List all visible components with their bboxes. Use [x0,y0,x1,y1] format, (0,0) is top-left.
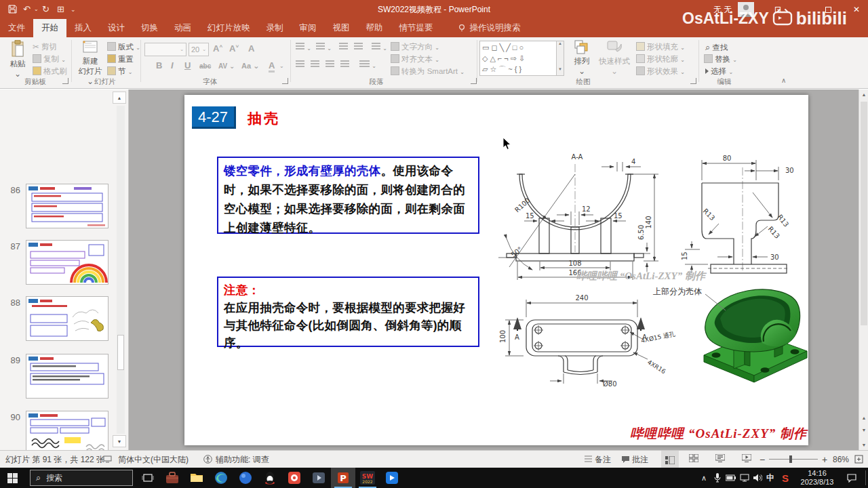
underline-icon[interactable]: U [184,60,191,70]
italic-icon[interactable]: I [171,60,174,70]
clear-format-icon[interactable]: A [248,43,254,54]
fit-to-window-icon[interactable] [854,451,863,468]
shape-effects-button[interactable]: 形状效果 ⌄ [636,66,685,77]
font-color-dropdown-icon[interactable]: ⌄ [279,63,284,69]
scroll-down-icon[interactable]: ▼ [859,440,868,450]
slide-thumbnail-90[interactable] [26,411,108,450]
taskbar-app-red-icon[interactable] [282,468,307,488]
change-case-icon[interactable]: Aa ⌄ [241,62,259,70]
line-spacing-icon[interactable]: ⌄ [372,43,387,52]
close-button[interactable]: ✕ [846,0,867,19]
strikethrough-icon[interactable]: abc [199,62,211,70]
bold-icon[interactable]: B [156,60,162,70]
smartart-button[interactable]: 转换为 SmartArt ⌄ [391,66,465,77]
vertical-scrollbar[interactable]: ▲ ▲ ▼ ▼ [859,89,868,450]
thumb-scroll-track[interactable] [117,106,125,434]
normal-view-button[interactable] [661,451,679,468]
slide-thumbnail-86[interactable] [26,184,108,228]
section-button[interactable]: 节 ⌄ [107,66,132,77]
tab-review[interactable]: 审阅 [292,19,325,37]
shape-gallery[interactable]: ▭◻╲╱□○ ◇△⌐¬⇨⇩ ▱☆⌒~{} [479,41,557,76]
reading-view-button[interactable] [715,451,725,468]
font-dialog-launcher[interactable] [282,78,288,84]
paste-button[interactable]: 粘贴⌄ [5,40,30,79]
font-color-icon[interactable]: A [269,60,275,73]
collapse-ribbon-icon[interactable]: ∧ [781,77,786,84]
font-size-combo[interactable]: 20⌄ [189,43,209,56]
slide-thumbnail-88[interactable] [26,296,108,341]
notes-button[interactable]: 备注 [585,451,611,468]
taskbar-app-media-icon[interactable] [307,468,331,488]
align-text-button[interactable]: 对齐文本 ⌄ [391,54,439,64]
thumb-scroll-up[interactable]: ▲ [113,92,126,104]
zoom-out-button[interactable]: − [760,451,765,468]
edge-browser-icon[interactable] [209,468,233,488]
tray-expand-icon[interactable]: ∧ [697,468,711,488]
scrollbar-thumb[interactable] [861,102,867,325]
next-slide-button[interactable]: ▼ [859,425,868,435]
accessibility-status[interactable]: 辅助功能: 调查 [216,451,269,468]
lesson-number-box[interactable]: 4-27 [192,106,236,129]
solidworks-taskbar-icon[interactable]: SW2022 [355,468,380,488]
grow-font-icon[interactable]: A˄ [213,43,222,54]
decrease-indent-icon[interactable] [339,43,348,52]
zoom-in-button[interactable]: + [822,451,827,468]
slide-thumbnail-87[interactable] [26,240,108,285]
start-button[interactable] [0,468,24,488]
slide-canvas[interactable]: 4-27 抽壳 镂空零件，形成有壁厚的壳体。使用该命令时，如果不选择要移除的面，… [184,95,808,445]
shape-fill-button[interactable]: 形状填充 ⌄ [636,42,685,52]
cut-button[interactable]: ✂ 剪切 [33,42,57,52]
action-center-icon[interactable] [844,468,860,488]
thumb-scroll-thumb[interactable] [117,335,124,370]
tab-slideshow[interactable]: 幻灯片放映 [199,19,258,37]
columns-icon[interactable]: ⌄ [359,60,376,69]
clipboard-dialog-launcher[interactable] [62,78,68,84]
select-button[interactable]: 选择 ⌄ [705,66,733,77]
increase-indent-icon[interactable] [354,43,363,52]
description-text-box[interactable]: 镂空零件，形成有壁厚的壳体。使用该命令时，如果不选择要移除的面，则将创建闭合的空… [217,157,479,234]
tab-home[interactable]: 开始 [33,19,66,37]
task-view-button[interactable] [136,468,160,488]
tab-insert[interactable]: 插入 [66,19,100,37]
volume-tray-icon[interactable] [751,468,764,488]
replace-button[interactable]: 替换 ⌄ [704,54,737,64]
note-text-box[interactable]: 注意： 在应用抽壳命令时，要根据模型的要求把握好与其他特征命令(比如倒圆角、倒斜… [217,277,479,347]
align-left-icon[interactable] [296,60,304,69]
tab-file[interactable]: 文件 [0,19,33,37]
scroll-up-icon[interactable]: ▲ [859,89,868,100]
microphone-tray-icon[interactable] [711,468,724,488]
tell-me-search[interactable]: 操作说明搜索 [450,19,529,37]
bullets-icon[interactable]: ⌄ [296,43,311,52]
slide-title[interactable]: 抽壳 [248,109,280,128]
qq-icon[interactable] [258,468,282,488]
shape-outline-button[interactable]: 形状轮廓 ⌄ [636,54,685,64]
reset-button[interactable]: 重置 [107,54,134,64]
copy-button[interactable]: 复制 ⌄ [33,54,66,64]
layout-button[interactable]: 版式 ⌄ [107,42,140,52]
format-painter-button[interactable]: 格式刷 [33,66,67,77]
char-spacing-icon[interactable]: AV ⌄ [218,62,235,70]
language-indicator[interactable]: 简体中文(中国大陆) [118,451,189,468]
font-name-combo[interactable]: ⌄ [144,43,186,56]
shape-gallery-scrollbar[interactable]: ▲ ▼ [557,41,564,76]
section-view-drawing[interactable]: A-A R100 50° 4 [497,150,667,283]
file-explorer-icon[interactable] [184,468,209,488]
slideshow-view-button[interactable] [742,451,751,468]
align-right-icon[interactable] [326,60,334,69]
tab-animations[interactable]: 动画 [166,19,199,37]
battery-tray-icon[interactable] [724,468,738,488]
find-button[interactable]: ⌕ 查找 [705,42,728,53]
zoom-slider-thumb[interactable] [789,455,792,463]
slide-thumbnail-89[interactable] [26,354,108,399]
drawing-dialog-launcher[interactable] [690,78,696,84]
tab-help[interactable]: 帮助 [358,19,391,37]
taskbar-app-briefcase-icon[interactable] [160,468,184,488]
justify-icon[interactable] [340,60,349,69]
slide-counter[interactable]: 幻灯片 第 91 张，共 122 张 [5,451,104,468]
arrange-button[interactable]: 排列⌄ [570,40,594,76]
zoom-level[interactable]: 86% [833,451,849,468]
accessibility-icon[interactable] [203,451,212,468]
paragraph-dialog-launcher[interactable] [471,78,477,84]
thumb-scroll-down[interactable]: ▼ [113,435,126,447]
zoom-slider-track[interactable] [769,459,818,460]
